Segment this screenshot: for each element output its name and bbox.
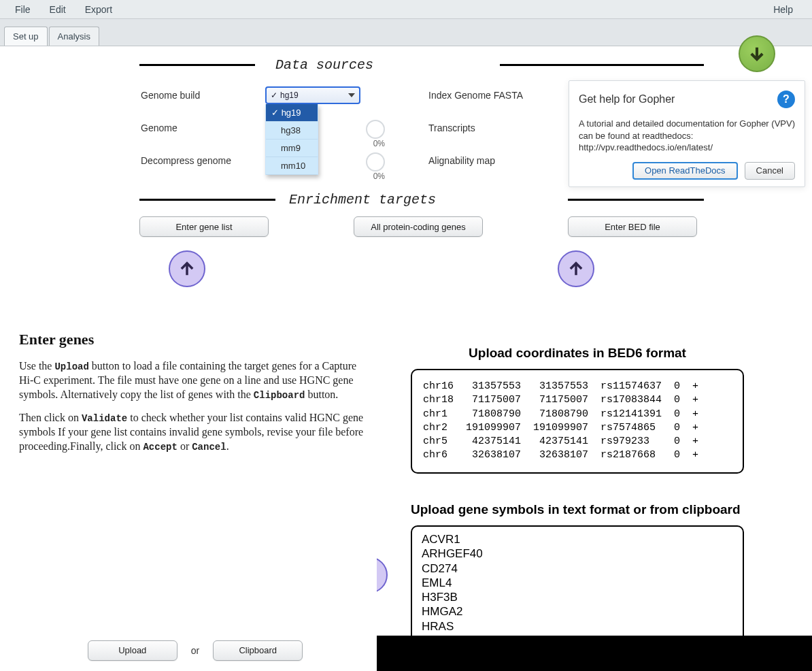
menu-file[interactable]: File xyxy=(5,1,40,18)
all-protein-coding-button[interactable]: All protein-coding genes xyxy=(354,216,483,237)
arrow-up-gene-list xyxy=(169,250,205,287)
gene-title: Upload gene symbols in text format or fr… xyxy=(411,502,744,517)
data-sources-heading: Data sources xyxy=(133,57,704,72)
down-arrow-icon xyxy=(739,35,775,72)
menu-export[interactable]: Export xyxy=(75,1,122,18)
dialog-or-text: or xyxy=(191,645,199,656)
help-popup: Get help for Gopher ? A tutorial and det… xyxy=(569,80,805,187)
label-genome-build: Genome build xyxy=(133,90,265,101)
dropdown-opt-mm10[interactable]: mm10 xyxy=(266,157,318,175)
bed-title: Upload coordinates in BED6 format xyxy=(411,346,744,361)
percent-decompress: 0% xyxy=(373,171,385,181)
checkmark-icon: ✓ xyxy=(271,91,277,100)
label-align-map: Alignability map xyxy=(428,155,564,166)
tab-setup[interactable]: Set up xyxy=(4,27,48,46)
spinner-genome xyxy=(366,120,385,139)
help-cancel-button[interactable]: Cancel xyxy=(745,162,795,180)
dropdown-opt-hg38[interactable]: hg38 xyxy=(266,122,318,140)
dialog-btnrow-1: Upload or Clipboard xyxy=(14,640,377,661)
upload-button[interactable]: Upload xyxy=(88,640,177,661)
enter-bed-file-button[interactable]: Enter BED file xyxy=(568,216,697,237)
label-index-fasta: Index Genome FASTA xyxy=(428,90,564,101)
tab-analysis[interactable]: Analysis xyxy=(49,27,99,46)
bed-box: chr16 31357553 31357553 rs11574637 0 + c… xyxy=(411,369,744,474)
enrichment-heading: Enrichment targets xyxy=(133,192,704,207)
enter-genes-dialog: Enter genes Use the Upload button to loa… xyxy=(14,312,377,671)
bed-section: Upload coordinates in BED6 format chr16 … xyxy=(411,346,744,474)
menubar: File Edit Export Help xyxy=(0,0,812,19)
dropdown-opt-mm9[interactable]: mm9 xyxy=(266,140,318,157)
enter-gene-list-button[interactable]: Enter gene list xyxy=(139,216,269,237)
label-decompress: Decompress genome xyxy=(133,155,265,166)
gene-section: Upload gene symbols in text format or fr… xyxy=(411,502,744,671)
tabstrip: Set up Analysis xyxy=(0,19,812,46)
section-title-data-sources: Data sources xyxy=(275,57,373,73)
chevron-down-icon xyxy=(348,93,355,97)
label-genome: Genome xyxy=(133,122,265,133)
label-transcripts: Transcripts xyxy=(428,122,564,133)
arrow-up-bed-file xyxy=(558,250,594,287)
genome-build-selected: hg19 xyxy=(280,91,299,100)
gene-box: ACVR1 ARHGEF40 CD274 EML4 H3F3B HMGA2 HR… xyxy=(411,525,744,671)
clipboard-button[interactable]: Clipboard xyxy=(213,640,303,661)
section-title-enrichment: Enrichment targets xyxy=(289,192,436,208)
open-readthedocs-button[interactable]: Open ReadTheDocs xyxy=(632,162,738,180)
enrichment-buttons: Enter gene list All protein-coding genes… xyxy=(133,214,704,244)
help-popup-title: Get help for Gopher xyxy=(579,93,675,105)
dialog-paragraph-1: Use the Upload button to load a file con… xyxy=(14,359,377,411)
dropdown-opt-hg19[interactable]: ✓ hg19 xyxy=(266,104,318,122)
help-question-icon: ? xyxy=(777,91,795,108)
genome-build-dropdown: ✓ hg19 hg38 mm9 mm10 xyxy=(265,104,318,175)
spinner-decompress xyxy=(366,152,385,171)
dialog-paragraph-2: Then click on Validate to check whether … xyxy=(14,411,377,463)
menu-help[interactable]: Help xyxy=(764,1,802,18)
dialog-title: Enter genes xyxy=(19,331,377,348)
percent-genome: 0% xyxy=(373,139,385,148)
menu-edit[interactable]: Edit xyxy=(40,1,75,18)
help-popup-body: A tutorial and detailed documentation fo… xyxy=(579,118,795,154)
genome-build-select[interactable]: ✓ hg19 ✓ hg19 hg38 mm9 mm10 xyxy=(265,86,360,104)
